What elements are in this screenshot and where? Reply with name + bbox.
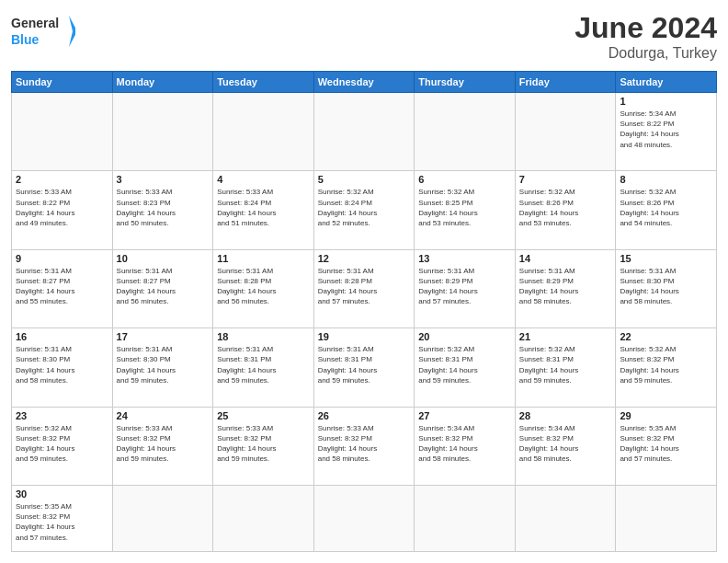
day-info: Sunrise: 5:32 AM Sunset: 8:31 PM Dayligh…	[519, 344, 612, 385]
day-info: Sunrise: 5:33 AM Sunset: 8:32 PM Dayligh…	[117, 423, 210, 465]
calendar-cell: 29Sunrise: 5:35 AM Sunset: 8:32 PM Dayli…	[616, 407, 717, 485]
calendar-cell: 2Sunrise: 5:33 AM Sunset: 8:22 PM Daylig…	[12, 171, 113, 249]
title-block: June 2024 Dodurga, Turkey	[574, 11, 717, 62]
svg-text:General: General	[11, 16, 59, 30]
day-number: 8	[620, 174, 712, 185]
day-info: Sunrise: 5:34 AM Sunset: 8:22 PM Dayligh…	[620, 109, 712, 150]
header-sunday: Sunday	[12, 72, 113, 93]
calendar-cell	[313, 93, 415, 171]
day-number: 16	[16, 331, 108, 342]
day-info: Sunrise: 5:31 AM Sunset: 8:29 PM Dayligh…	[418, 266, 511, 307]
day-number: 9	[16, 253, 108, 264]
calendar-cell	[112, 485, 213, 551]
day-info: Sunrise: 5:33 AM Sunset: 8:22 PM Dayligh…	[16, 187, 108, 228]
calendar-cell: 23Sunrise: 5:32 AM Sunset: 8:32 PM Dayli…	[12, 407, 113, 485]
day-info: Sunrise: 5:31 AM Sunset: 8:31 PM Dayligh…	[217, 344, 310, 385]
day-info: Sunrise: 5:32 AM Sunset: 8:25 PM Dayligh…	[418, 187, 511, 228]
day-number: 15	[620, 253, 712, 264]
day-number: 29	[620, 410, 712, 421]
day-number: 1	[620, 96, 712, 107]
day-info: Sunrise: 5:34 AM Sunset: 8:32 PM Dayligh…	[418, 423, 511, 465]
calendar-table: Sunday Monday Tuesday Wednesday Thursday…	[11, 71, 717, 552]
day-info: Sunrise: 5:35 AM Sunset: 8:32 PM Dayligh…	[620, 423, 712, 465]
day-info: Sunrise: 5:32 AM Sunset: 8:32 PM Dayligh…	[620, 344, 712, 385]
page: General Blue June 2024 Dodurga, Turkey S…	[0, 0, 728, 563]
calendar-cell: 10Sunrise: 5:31 AM Sunset: 8:27 PM Dayli…	[112, 249, 213, 327]
calendar-cell: 9Sunrise: 5:31 AM Sunset: 8:27 PM Daylig…	[12, 249, 113, 327]
day-info: Sunrise: 5:33 AM Sunset: 8:32 PM Dayligh…	[318, 423, 411, 465]
header-saturday: Saturday	[616, 72, 717, 93]
calendar-cell	[515, 485, 616, 551]
day-info: Sunrise: 5:31 AM Sunset: 8:30 PM Dayligh…	[117, 344, 210, 385]
calendar-cell	[213, 485, 314, 551]
day-number: 17	[117, 331, 210, 342]
day-number: 11	[217, 253, 310, 264]
calendar-cell: 30Sunrise: 5:35 AM Sunset: 8:32 PM Dayli…	[12, 485, 113, 551]
calendar-cell: 3Sunrise: 5:33 AM Sunset: 8:23 PM Daylig…	[112, 171, 213, 249]
svg-marker-2	[69, 16, 75, 47]
day-info: Sunrise: 5:34 AM Sunset: 8:32 PM Dayligh…	[519, 423, 612, 465]
calendar-cell: 11Sunrise: 5:31 AM Sunset: 8:28 PM Dayli…	[213, 249, 314, 327]
calendar-cell: 8Sunrise: 5:32 AM Sunset: 8:26 PM Daylig…	[616, 171, 717, 249]
header-monday: Monday	[112, 72, 213, 93]
day-info: Sunrise: 5:31 AM Sunset: 8:30 PM Dayligh…	[16, 344, 108, 385]
day-info: Sunrise: 5:31 AM Sunset: 8:28 PM Dayligh…	[318, 266, 411, 307]
day-info: Sunrise: 5:32 AM Sunset: 8:31 PM Dayligh…	[418, 344, 511, 385]
day-info: Sunrise: 5:31 AM Sunset: 8:27 PM Dayligh…	[117, 266, 210, 307]
day-number: 10	[117, 253, 210, 264]
calendar-cell: 20Sunrise: 5:32 AM Sunset: 8:31 PM Dayli…	[415, 328, 516, 407]
day-number: 25	[217, 410, 310, 421]
logo: General Blue	[11, 11, 75, 52]
day-info: Sunrise: 5:32 AM Sunset: 8:26 PM Dayligh…	[620, 187, 712, 228]
header-thursday: Thursday	[415, 72, 516, 93]
calendar-cell	[313, 485, 415, 551]
calendar-cell: 14Sunrise: 5:31 AM Sunset: 8:29 PM Dayli…	[515, 249, 616, 327]
calendar-cell: 27Sunrise: 5:34 AM Sunset: 8:32 PM Dayli…	[415, 407, 516, 485]
calendar-cell: 21Sunrise: 5:32 AM Sunset: 8:31 PM Dayli…	[515, 328, 616, 407]
header-wednesday: Wednesday	[313, 72, 415, 93]
day-info: Sunrise: 5:32 AM Sunset: 8:24 PM Dayligh…	[318, 187, 411, 228]
day-number: 20	[418, 331, 511, 342]
day-number: 23	[16, 410, 108, 421]
header-tuesday: Tuesday	[213, 72, 314, 93]
calendar-cell: 1Sunrise: 5:34 AM Sunset: 8:22 PM Daylig…	[616, 93, 717, 171]
header-friday: Friday	[515, 72, 616, 93]
calendar-cell: 24Sunrise: 5:33 AM Sunset: 8:32 PM Dayli…	[112, 407, 213, 485]
calendar-cell: 7Sunrise: 5:32 AM Sunset: 8:26 PM Daylig…	[515, 171, 616, 249]
day-number: 18	[217, 331, 310, 342]
calendar-cell: 6Sunrise: 5:32 AM Sunset: 8:25 PM Daylig…	[415, 171, 516, 249]
weekday-header-row: Sunday Monday Tuesday Wednesday Thursday…	[12, 72, 717, 93]
day-number: 19	[318, 331, 411, 342]
location-subtitle: Dodurga, Turkey	[574, 45, 717, 62]
calendar-cell: 15Sunrise: 5:31 AM Sunset: 8:30 PM Dayli…	[616, 249, 717, 327]
day-info: Sunrise: 5:32 AM Sunset: 8:32 PM Dayligh…	[16, 423, 108, 465]
calendar-cell	[112, 93, 213, 171]
day-number: 6	[418, 174, 511, 185]
day-info: Sunrise: 5:33 AM Sunset: 8:23 PM Dayligh…	[117, 187, 210, 228]
day-info: Sunrise: 5:35 AM Sunset: 8:32 PM Dayligh…	[16, 501, 108, 543]
day-number: 4	[217, 174, 310, 185]
day-info: Sunrise: 5:31 AM Sunset: 8:31 PM Dayligh…	[318, 344, 411, 385]
calendar-cell: 4Sunrise: 5:33 AM Sunset: 8:24 PM Daylig…	[213, 171, 314, 249]
calendar-cell: 26Sunrise: 5:33 AM Sunset: 8:32 PM Dayli…	[313, 407, 415, 485]
calendar-cell: 5Sunrise: 5:32 AM Sunset: 8:24 PM Daylig…	[313, 171, 415, 249]
day-number: 28	[519, 410, 612, 421]
day-number: 5	[318, 174, 411, 185]
day-number: 22	[620, 331, 712, 342]
calendar-cell	[12, 93, 113, 171]
day-info: Sunrise: 5:33 AM Sunset: 8:24 PM Dayligh…	[217, 187, 310, 228]
calendar-cell: 12Sunrise: 5:31 AM Sunset: 8:28 PM Dayli…	[313, 249, 415, 327]
day-number: 3	[117, 174, 210, 185]
calendar-cell	[213, 93, 314, 171]
logo-svg: General Blue	[11, 11, 75, 52]
day-number: 26	[318, 410, 411, 421]
calendar-cell: 17Sunrise: 5:31 AM Sunset: 8:30 PM Dayli…	[112, 328, 213, 407]
calendar-cell: 13Sunrise: 5:31 AM Sunset: 8:29 PM Dayli…	[415, 249, 516, 327]
day-info: Sunrise: 5:31 AM Sunset: 8:28 PM Dayligh…	[217, 266, 310, 307]
day-number: 12	[318, 253, 411, 264]
calendar-cell	[415, 93, 516, 171]
calendar-cell: 19Sunrise: 5:31 AM Sunset: 8:31 PM Dayli…	[313, 328, 415, 407]
day-number: 24	[117, 410, 210, 421]
day-info: Sunrise: 5:31 AM Sunset: 8:27 PM Dayligh…	[16, 266, 108, 307]
day-number: 13	[418, 253, 511, 264]
